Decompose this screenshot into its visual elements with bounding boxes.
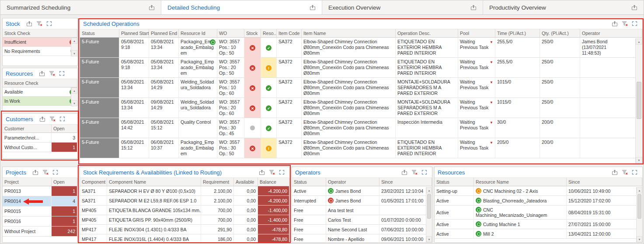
table-cell[interactable]: MP417 bbox=[80, 225, 107, 234]
table-row[interactable]: 5-Future05/08/2021 14:4205/08/2021 15:12… bbox=[80, 118, 642, 138]
table-cell[interactable]: ETIQUETADO EN EXTERIOR HEMBRA PARED INTE… bbox=[396, 38, 458, 58]
table-cell[interactable]: -1.400,00 bbox=[258, 215, 289, 225]
column-header-pool[interactable]: Pool bbox=[458, 29, 495, 38]
table-row[interactable]: Without Project242 bbox=[3, 227, 77, 237]
table-cell[interactable]: Cutting Machine 1 bbox=[474, 220, 567, 229]
export-button[interactable] bbox=[39, 71, 45, 77]
scroll-thumb[interactable] bbox=[637, 194, 641, 219]
filter-button[interactable] bbox=[42, 170, 49, 175]
table-cell[interactable]: Elbow-Shaped Chimney Connection Ø80mm_Co… bbox=[302, 58, 396, 78]
table-cell[interactable]: MP417 bbox=[80, 234, 107, 243]
table-row[interactable]: ✓Available bbox=[3, 87, 77, 97]
table-cell[interactable]: SA371 bbox=[80, 186, 107, 196]
table-row[interactable]: FreeNombre - Apellido09/06/2021 10:00:00 bbox=[292, 234, 432, 243]
table-cell[interactable]: ETIQUETADO EN EXTERIOR HEMBRA PARED INTE… bbox=[396, 138, 458, 158]
table-cell[interactable] bbox=[580, 78, 642, 98]
table-row[interactable]: FreeCarlos Test01/07/2020 0:00:00 bbox=[292, 215, 432, 225]
vertical-scrollbar[interactable]: ▲ ▼ bbox=[426, 187, 432, 242]
table-cell[interactable]: SA372 bbox=[277, 38, 302, 58]
table-cell[interactable]: MP405 bbox=[80, 206, 107, 215]
table-cell[interactable]: James Bond bbox=[326, 186, 379, 196]
table-cell[interactable]: Setting-up bbox=[435, 186, 474, 196]
table-row[interactable]: InterruptedJames Bond01/05/2021 17:01:00 bbox=[292, 196, 432, 206]
table-cell[interactable]: Welding_Soldadura_Soldadora bbox=[179, 78, 217, 98]
table-cell[interactable]: ✓Available bbox=[3, 87, 77, 97]
export-icon[interactable] bbox=[310, 5, 316, 10]
scroll-down-icon[interactable]: ▼ bbox=[426, 236, 432, 242]
table-cell[interactable]: 05/08/2021 13:34 bbox=[149, 58, 179, 78]
filter-button[interactable] bbox=[411, 170, 418, 175]
table-cell[interactable]: 30/0 bbox=[495, 118, 540, 138]
tab-summarized-scheduling[interactable]: Summarized Scheduling bbox=[0, 0, 161, 14]
scroll-down-icon[interactable]: ▼ bbox=[71, 50, 77, 56]
vertical-scrollbar[interactable]: ▲ ▼ bbox=[71, 38, 77, 56]
table-cell[interactable]: 07/06/2021 10:00:00 bbox=[379, 225, 432, 234]
table-cell[interactable]: Free bbox=[292, 225, 326, 234]
table-cell[interactable]: -478,80 bbox=[258, 234, 289, 243]
table-row[interactable]: ActiveJames Bond23/02/2021 12:10:04 bbox=[292, 186, 432, 196]
table-cell[interactable]: ✓ bbox=[261, 98, 277, 118]
table-cell[interactable]: Elbow-Shaped Chimney Connection Ø80mm_Co… bbox=[302, 98, 396, 118]
table-cell[interactable]: Quality Control bbox=[179, 118, 217, 138]
table-cell[interactable]: ✓ bbox=[261, 78, 277, 98]
export-icon[interactable] bbox=[631, 5, 637, 10]
export-icon[interactable] bbox=[149, 5, 155, 10]
export-button[interactable] bbox=[39, 116, 45, 122]
table-cell[interactable]: FLEJE INOX/316L (1.4404) 0.4/333 BA bbox=[107, 234, 201, 243]
table-row[interactable]: MP417FLEJE INOX/304 (1.4301) 0.4/333 BA2… bbox=[80, 225, 289, 234]
table-row[interactable]: SA371SEPARADOR M E2 L59,8 REF.06 ESP 1.0… bbox=[80, 196, 289, 206]
expand-button[interactable] bbox=[632, 170, 637, 175]
table-row[interactable]: ✓In Work bbox=[3, 97, 77, 106]
table-cell[interactable]: Free bbox=[292, 206, 326, 215]
table-row[interactable]: 5-Future05/08/2021 13:3405/08/2021 14:29… bbox=[80, 78, 642, 98]
table-cell[interactable]: 23/02/2021 12:10:04 bbox=[379, 186, 432, 196]
table-cell[interactable]: Carlos Test bbox=[326, 215, 379, 225]
table-cell[interactable]: SA372 bbox=[277, 58, 302, 78]
table-cell[interactable]: 700,00 bbox=[201, 215, 234, 225]
table-cell[interactable]: 3 bbox=[52, 133, 77, 143]
table-cell[interactable]: 0,00 bbox=[234, 196, 258, 206]
table-row[interactable]: Without Custo...1 bbox=[3, 143, 77, 152]
filter-button[interactable] bbox=[49, 116, 56, 122]
table-cell[interactable]: PR0014 bbox=[3, 196, 52, 206]
table-cell[interactable]: 01/07/2020 0:00:00 bbox=[379, 215, 432, 225]
table-cell[interactable]: 0,00 bbox=[234, 234, 258, 243]
export-button[interactable] bbox=[401, 170, 407, 175]
table-row[interactable]: 5-Future05/08/2021 15:1206/08/2021 10:37… bbox=[80, 138, 642, 158]
column-header-status[interactable]: Status bbox=[292, 178, 326, 186]
table-cell[interactable]: PR0015 bbox=[3, 206, 52, 216]
table-row[interactable]: 5-Future05/08/2021 9:1805/08/2021 13:34P… bbox=[80, 38, 642, 58]
table-cell[interactable]: ETIQUETADO EN EXTERIOR HEMBRA PARED INTE… bbox=[396, 58, 458, 78]
tab-productivity-overview[interactable]: Productivity Overview bbox=[483, 0, 644, 14]
tab-detailed-scheduling[interactable]: Detailed Scheduling bbox=[161, 0, 322, 14]
table-cell[interactable]: 5-Future bbox=[80, 38, 119, 58]
export-button[interactable] bbox=[259, 170, 265, 175]
column-header-project[interactable]: Project bbox=[3, 178, 52, 186]
table-cell[interactable]: ! bbox=[261, 58, 277, 78]
column-header-status[interactable]: Status bbox=[435, 178, 474, 186]
table-cell[interactable]: ▼Waiting Previous Task bbox=[458, 138, 495, 158]
expand-button[interactable] bbox=[421, 170, 427, 175]
table-row[interactable]: PR00131 bbox=[3, 186, 77, 196]
scroll-down-icon[interactable]: ▼ bbox=[637, 236, 642, 242]
table-cell[interactable]: Blasting_Chorreado_Jateadora bbox=[474, 196, 567, 206]
table-cell[interactable]: 250/0 bbox=[540, 58, 580, 78]
table-row[interactable]: No Requirements bbox=[3, 47, 77, 56]
table-cell[interactable]: -478,80 bbox=[258, 225, 289, 234]
export-icon[interactable] bbox=[470, 5, 477, 10]
table-cell[interactable]: ✕ bbox=[244, 38, 261, 58]
vertical-scrollbar[interactable]: ▲ ▼ bbox=[636, 187, 642, 242]
table-cell[interactable]: No Requirements bbox=[3, 47, 77, 56]
vertical-scrollbar[interactable]: ▲ ▼ bbox=[635, 38, 642, 163]
column-header-customer[interactable]: Customer bbox=[3, 124, 52, 133]
table-cell[interactable]: WO: 3557 Pos.: 10 Op.: 50 bbox=[217, 38, 244, 58]
scroll-down-icon[interactable]: ▼ bbox=[71, 100, 77, 106]
table-cell[interactable]: PR0016 bbox=[3, 216, 52, 227]
column-header-operator[interactable]: Operator bbox=[326, 178, 379, 186]
table-cell[interactable]: 5-Future bbox=[80, 98, 119, 118]
column-header-available[interactable]: Available bbox=[234, 178, 258, 186]
table-cell[interactable]: 05/08/2021 15:12 bbox=[119, 138, 149, 158]
table-cell[interactable]: 0,00 bbox=[234, 186, 258, 196]
table-cell[interactable]: FLEJE INOX/304 (1.4301) 0.4/333 BA bbox=[107, 225, 201, 234]
scroll-up-icon[interactable]: ▲ bbox=[426, 187, 432, 193]
